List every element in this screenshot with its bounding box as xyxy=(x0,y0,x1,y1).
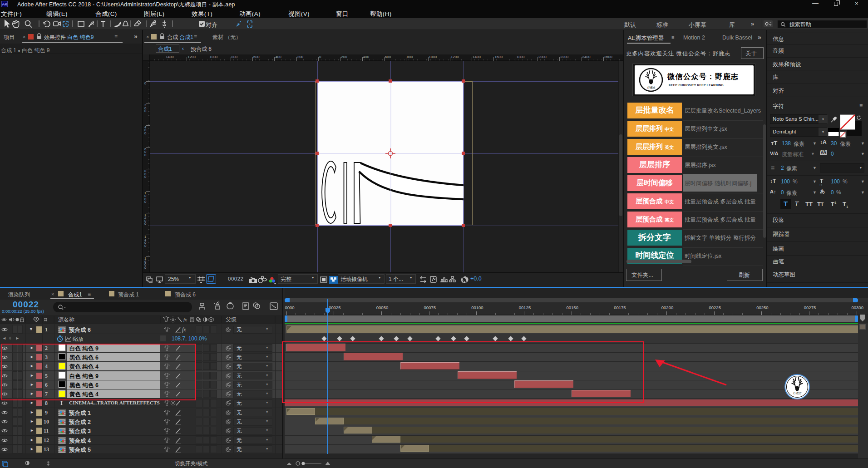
svg-text:行鹿志: 行鹿志 xyxy=(647,86,656,89)
svg-text:fx: fx xyxy=(183,317,187,322)
svg-text:行鹿志: 行鹿志 xyxy=(793,391,802,394)
